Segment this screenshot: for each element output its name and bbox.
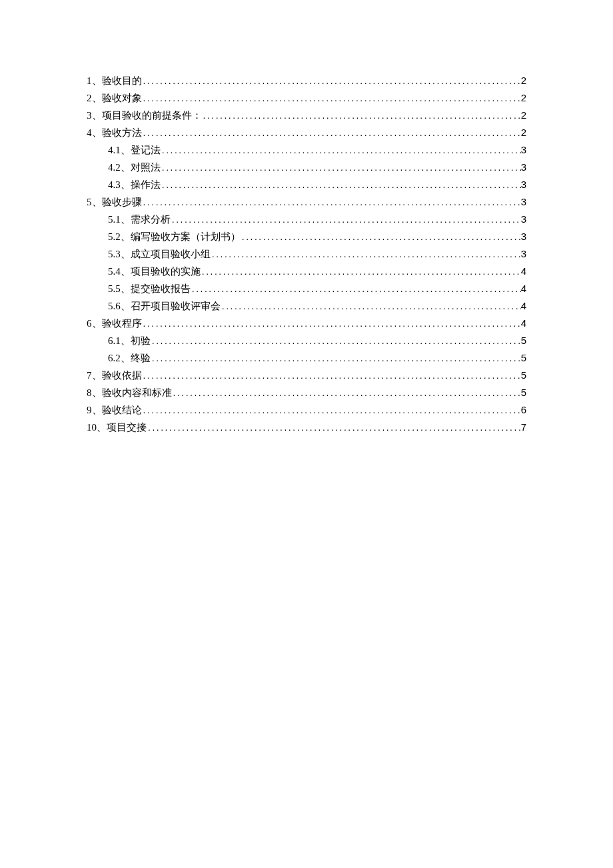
toc-entry[interactable]: 1、验收目的2 — [87, 72, 526, 89]
toc-dot-leader — [211, 245, 521, 263]
toc-entry-page: 2 — [521, 107, 526, 124]
toc-entry-page: 4 — [521, 315, 526, 332]
toc-entry[interactable]: 5、验收步骤3 — [87, 193, 526, 211]
toc-entry-label: 9、验收结论 — [87, 401, 142, 419]
toc-entry[interactable]: 4、验收方法2 — [87, 124, 526, 141]
toc-entry[interactable]: 8、验收内容和标准5 — [87, 384, 526, 401]
toc-entry-page: 6 — [521, 401, 526, 419]
toc-entry[interactable]: 4.2、对照法3 — [87, 159, 526, 176]
toc-dot-leader — [161, 176, 521, 193]
toc-entry-label: 6.2、终验 — [108, 349, 151, 367]
toc-dot-leader — [151, 332, 521, 349]
toc-entry[interactable]: 6.2、终验5 — [87, 349, 526, 367]
toc-dot-leader — [147, 419, 521, 436]
toc-entry[interactable]: 3、项目验收的前提条件：2 — [87, 107, 526, 124]
toc-entry-page: 3 — [521, 193, 526, 211]
toc-dot-leader — [142, 193, 521, 211]
toc-entry-label: 5.6、召开项目验收评审会 — [108, 297, 221, 315]
toc-entry[interactable]: 5.2、编写验收方案（计划书）3 — [87, 228, 526, 245]
toc-entry-label: 4、验收方法 — [87, 124, 142, 141]
toc-entry-label: 5.4、项目验收的实施 — [108, 263, 201, 280]
toc-dot-leader — [161, 159, 521, 176]
toc-entry[interactable]: 5.6、召开项目验收评审会4 — [87, 297, 526, 315]
toc-entry-label: 6、验收程序 — [87, 315, 142, 332]
toc-entry[interactable]: 10、项目交接7 — [87, 419, 526, 436]
toc-dot-leader — [241, 228, 521, 245]
toc-entry-page: 2 — [521, 124, 526, 141]
toc-dot-leader — [142, 124, 521, 141]
toc-entry[interactable]: 4.1、登记法3 — [87, 141, 526, 159]
toc-entry[interactable]: 6.1、初验5 — [87, 332, 526, 349]
toc-entry-label: 1、验收目的 — [87, 72, 142, 89]
toc-dot-leader — [142, 72, 521, 89]
toc-dot-leader — [201, 263, 521, 280]
toc-entry-label: 4.1、登记法 — [108, 141, 161, 159]
toc-dot-leader — [221, 297, 521, 315]
toc-entry[interactable]: 4.3、操作法3 — [87, 176, 526, 193]
toc-dot-leader — [172, 384, 521, 401]
toc-entry-label: 6.1、初验 — [108, 332, 151, 349]
toc-entry-page: 3 — [521, 141, 526, 159]
toc-entry-label: 5.3、成立项目验收小组 — [108, 245, 211, 263]
toc-dot-leader — [142, 367, 521, 384]
toc-entry-page: 4 — [521, 297, 526, 315]
toc-entry-label: 5.2、编写验收方案（计划书） — [108, 228, 241, 245]
toc-entry[interactable]: 7、验收依据5 — [87, 367, 526, 384]
toc-entry-page: 4 — [521, 263, 526, 280]
toc-entry-page: 3 — [521, 159, 526, 176]
toc-entry-label: 10、项目交接 — [87, 419, 147, 436]
table-of-contents: 1、验收目的22、验收对象23、项目验收的前提条件：24、验收方法24.1、登记… — [87, 72, 526, 436]
toc-entry[interactable]: 5.5、提交验收报告4 — [87, 280, 526, 297]
toc-entry[interactable]: 2、验收对象2 — [87, 89, 526, 107]
toc-dot-leader — [151, 349, 521, 367]
toc-entry-label: 8、验收内容和标准 — [87, 384, 172, 401]
toc-entry-label: 7、验收依据 — [87, 367, 142, 384]
toc-entry-label: 3、项目验收的前提条件： — [87, 107, 202, 124]
toc-dot-leader — [142, 401, 521, 419]
toc-entry-page: 2 — [521, 89, 526, 107]
toc-entry-page: 5 — [521, 367, 526, 384]
toc-dot-leader — [142, 89, 521, 107]
toc-entry-label: 5.5、提交验收报告 — [108, 280, 191, 297]
toc-entry-label: 5.1、需求分析 — [108, 211, 171, 228]
toc-entry-page: 7 — [521, 419, 526, 436]
toc-entry[interactable]: 5.4、项目验收的实施4 — [87, 263, 526, 280]
toc-dot-leader — [171, 211, 521, 228]
toc-dot-leader — [202, 107, 521, 124]
toc-entry[interactable]: 9、验收结论6 — [87, 401, 526, 419]
toc-entry[interactable]: 6、验收程序4 — [87, 315, 526, 332]
toc-dot-leader — [161, 141, 521, 159]
toc-entry-page: 3 — [521, 176, 526, 193]
toc-dot-leader — [191, 280, 521, 297]
toc-entry-label: 5、验收步骤 — [87, 193, 142, 211]
toc-entry-label: 4.3、操作法 — [108, 176, 161, 193]
toc-entry-label: 2、验收对象 — [87, 89, 142, 107]
toc-entry-page: 3 — [521, 228, 526, 245]
toc-entry-page: 4 — [521, 280, 526, 297]
toc-entry-page: 5 — [521, 349, 526, 367]
toc-dot-leader — [142, 315, 521, 332]
toc-entry-page: 2 — [521, 72, 526, 89]
toc-entry-page: 3 — [521, 245, 526, 263]
toc-entry-page: 5 — [521, 332, 526, 349]
toc-entry[interactable]: 5.1、需求分析3 — [87, 211, 526, 228]
toc-entry-page: 5 — [521, 384, 526, 401]
toc-entry-label: 4.2、对照法 — [108, 159, 161, 176]
toc-entry-page: 3 — [521, 211, 526, 228]
toc-entry[interactable]: 5.3、成立项目验收小组3 — [87, 245, 526, 263]
